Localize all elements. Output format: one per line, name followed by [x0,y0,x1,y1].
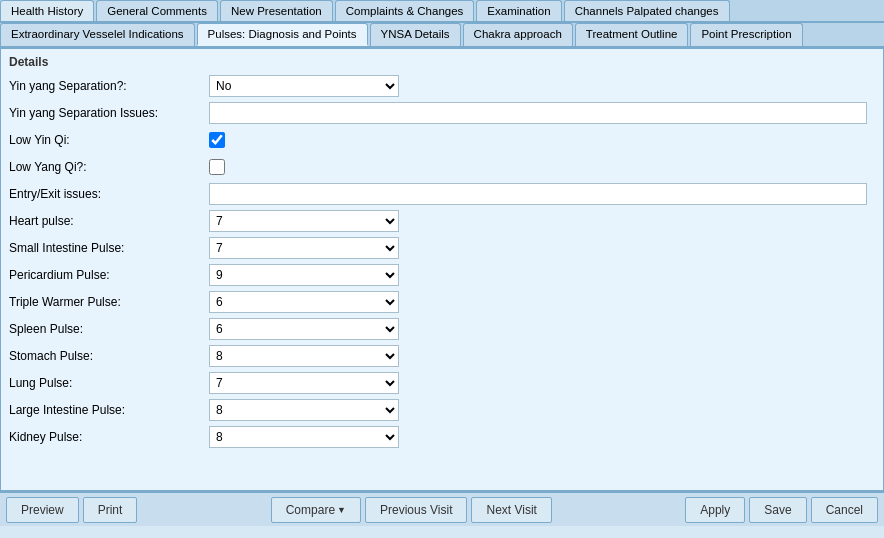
row-lung-pulse: Lung Pulse: 12345678910 [9,372,867,394]
tab-chakra-approach[interactable]: Chakra approach [463,23,573,46]
tab-row-1: Health History General Comments New Pres… [0,0,884,23]
row-heart-pulse: Heart pulse: 12345678910 [9,210,867,232]
input-yin-yang-sep-issues[interactable] [209,102,867,124]
label-low-yin-qi: Low Yin Qi: [9,133,209,147]
row-low-yang-qi: Low Yang Qi?: [9,156,867,178]
apply-button[interactable]: Apply [685,497,745,523]
preview-button[interactable]: Preview [6,497,79,523]
row-entry-exit: Entry/Exit issues: [9,183,867,205]
section-title: Details [9,55,875,69]
row-kidney-pulse: Kidney Pulse: 12345678910 [9,426,867,448]
row-low-yin-qi: Low Yin Qi: [9,129,867,151]
print-button[interactable]: Print [83,497,138,523]
cancel-button[interactable]: Cancel [811,497,878,523]
tab-complaints-changes[interactable]: Complaints & Changes [335,0,475,21]
row-pericardium-pulse: Pericardium Pulse: 12345678910 [9,264,867,286]
compare-arrow-icon: ▼ [337,505,346,515]
label-kidney-pulse: Kidney Pulse: [9,430,209,444]
label-low-yang-qi: Low Yang Qi?: [9,160,209,174]
label-heart-pulse: Heart pulse: [9,214,209,228]
select-spleen-pulse[interactable]: 12345678910 [209,318,399,340]
input-entry-exit[interactable] [209,183,867,205]
row-triple-warmer-pulse: Triple Warmer Pulse: 12345678910 [9,291,867,313]
save-button[interactable]: Save [749,497,806,523]
label-pericardium-pulse: Pericardium Pulse: [9,268,209,282]
bottom-toolbar: Preview Print Compare ▼ Previous Visit N… [0,491,884,526]
label-yin-yang-sep-q: Yin yang Separation?: [9,79,209,93]
tab-health-history[interactable]: Health History [0,0,94,21]
select-kidney-pulse[interactable]: 12345678910 [209,426,399,448]
tab-treatment-outline[interactable]: Treatment Outline [575,23,689,46]
select-triple-warmer-pulse[interactable]: 12345678910 [209,291,399,313]
label-large-intestine-pulse: Large Intestine Pulse: [9,403,209,417]
row-small-intestine-pulse: Small Intestine Pulse: 12345678910 [9,237,867,259]
row-large-intestine-pulse: Large Intestine Pulse: 12345678910 [9,399,867,421]
checkbox-low-yang-qi[interactable] [209,159,225,175]
tab-channels-palpated[interactable]: Channels Palpated changes [564,0,730,21]
select-yin-yang-sep-q[interactable]: No Yes [209,75,399,97]
tab-general-comments[interactable]: General Comments [96,0,218,21]
label-yin-yang-sep-issues: Yin yang Separation Issues: [9,106,209,120]
compare-button[interactable]: Compare ▼ [271,497,361,523]
tab-row-2: Extraordinary Vesselel Indications Pulse… [0,23,884,48]
label-triple-warmer-pulse: Triple Warmer Pulse: [9,295,209,309]
label-stomach-pulse: Stomach Pulse: [9,349,209,363]
tab-examination[interactable]: Examination [476,0,561,21]
label-lung-pulse: Lung Pulse: [9,376,209,390]
previous-visit-button[interactable]: Previous Visit [365,497,467,523]
select-stomach-pulse[interactable]: 12345678910 [209,345,399,367]
label-spleen-pulse: Spleen Pulse: [9,322,209,336]
scroll-content[interactable]: Yin yang Separation?: No Yes Yin yang Se… [9,75,875,484]
checkbox-low-yin-qi[interactable] [209,132,225,148]
select-pericardium-pulse[interactable]: 12345678910 [209,264,399,286]
tab-point-prescription[interactable]: Point Prescription [690,23,802,46]
content-area: Details Yin yang Separation?: No Yes Yin… [0,48,884,491]
select-lung-pulse[interactable]: 12345678910 [209,372,399,394]
row-spleen-pulse: Spleen Pulse: 12345678910 [9,318,867,340]
row-yin-yang-sep-q: Yin yang Separation?: No Yes [9,75,867,97]
next-visit-button[interactable]: Next Visit [471,497,551,523]
select-small-intestine-pulse[interactable]: 12345678910 [209,237,399,259]
tab-ynsa-details[interactable]: YNSA Details [370,23,461,46]
tab-pulses-diagnosis[interactable]: Pulses: Diagnosis and Points [197,23,368,46]
select-large-intestine-pulse[interactable]: 12345678910 [209,399,399,421]
select-heart-pulse[interactable]: 12345678910 [209,210,399,232]
label-small-intestine-pulse: Small Intestine Pulse: [9,241,209,255]
row-stomach-pulse: Stomach Pulse: 12345678910 [9,345,867,367]
tab-extraordinary-vessel[interactable]: Extraordinary Vesselel Indications [0,23,195,46]
tab-new-presentation[interactable]: New Presentation [220,0,333,21]
label-entry-exit: Entry/Exit issues: [9,187,209,201]
row-yin-yang-sep-issues: Yin yang Separation Issues: [9,102,867,124]
